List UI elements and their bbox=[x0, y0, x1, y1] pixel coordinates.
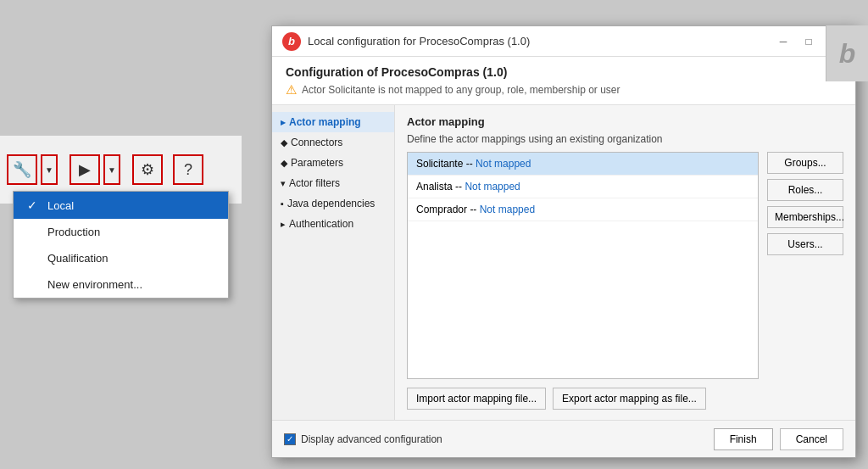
actor-status-1: Not mapped bbox=[465, 181, 520, 193]
nav-tree: ▸ Actor mapping ◆ Connectors ◆ Parameter… bbox=[272, 105, 395, 420]
nav-actor-mapping-label: Actor mapping bbox=[289, 116, 361, 128]
users-button[interactable]: Users... bbox=[767, 233, 843, 255]
nav-parameters[interactable]: ◆ Parameters bbox=[272, 153, 394, 173]
footer-right: Finish Cancel bbox=[714, 428, 843, 450]
actor-name-0: Solicitante bbox=[416, 158, 463, 170]
finish-button[interactable]: Finish bbox=[714, 428, 773, 450]
advanced-config-label: Display advanced configuration bbox=[301, 433, 442, 445]
dropdown-local[interactable]: ✓ Local bbox=[14, 192, 228, 219]
dialog-titlebar: b Local configuration for ProcesoCompras… bbox=[272, 26, 855, 57]
connectors-icon: ◆ bbox=[281, 137, 287, 148]
content-desc: Define the actor mappings using an exist… bbox=[407, 133, 843, 145]
dialog-title: Local configuration for ProcesoCompras (… bbox=[308, 35, 530, 47]
advanced-config-checkbox[interactable]: ✓ bbox=[284, 433, 296, 445]
warning-text: Actor Solicitante is not mapped to any g… bbox=[302, 84, 620, 96]
local-label: Local bbox=[47, 199, 74, 212]
warning-row: ⚠ Actor Solicitante is not mapped to any… bbox=[286, 82, 842, 98]
checkmark-icon: ✓ bbox=[27, 198, 41, 212]
play-button[interactable]: ▶ bbox=[70, 154, 100, 185]
actor-list[interactable]: Solicitante -- Not mapped Analista -- No… bbox=[407, 152, 759, 379]
dialog-header: Configuration of ProcesoCompras (1.0) ⚠ … bbox=[272, 57, 855, 105]
actor-row-analista[interactable]: Analista -- Not mapped bbox=[408, 176, 758, 198]
dropdown-new-env[interactable]: New environment... bbox=[14, 271, 228, 298]
actor-name-1: Analista bbox=[416, 181, 453, 193]
nav-actor-filters[interactable]: ▾ Actor filters bbox=[272, 173, 394, 193]
nav-parameters-label: Parameters bbox=[291, 157, 343, 169]
tools-arrow[interactable]: ▼ bbox=[41, 154, 58, 185]
actor-layout: Solicitante -- Not mapped Analista -- No… bbox=[407, 152, 843, 379]
dialog-body: ▸ Actor mapping ◆ Connectors ◆ Parameter… bbox=[272, 105, 855, 420]
bonita-logo-area: b bbox=[826, 25, 868, 81]
import-export-row: Import actor mapping file... Export acto… bbox=[407, 388, 843, 410]
content-area: Actor mapping Define the actor mappings … bbox=[395, 105, 855, 420]
nav-authentication-label: Authentication bbox=[289, 218, 353, 230]
play-arrow[interactable]: ▼ bbox=[103, 154, 120, 185]
title-left: b Local configuration for ProcesoCompras… bbox=[282, 32, 530, 51]
tools-button[interactable]: 🔧 bbox=[7, 154, 37, 185]
actor-name-2: Comprador bbox=[416, 204, 467, 215]
actor-action-buttons: Groups... Roles... Memberships... Users.… bbox=[767, 152, 843, 379]
new-env-label: New environment... bbox=[47, 278, 142, 291]
config-dialog: b Local configuration for ProcesoCompras… bbox=[271, 25, 856, 458]
bonita-icon: b bbox=[282, 32, 301, 51]
nav-actor-mapping[interactable]: ▸ Actor mapping bbox=[272, 112, 394, 132]
footer-left: ✓ Display advanced configuration bbox=[284, 433, 442, 445]
settings-button[interactable]: ⚙ bbox=[132, 154, 163, 185]
actor-row-comprador[interactable]: Comprador -- Not mapped bbox=[408, 198, 758, 221]
nav-authentication[interactable]: ▸ Authentication bbox=[272, 214, 394, 234]
actor-mapping-icon: ▸ bbox=[281, 117, 286, 128]
roles-button[interactable]: Roles... bbox=[767, 179, 843, 201]
dropdown-production[interactable]: Production bbox=[14, 219, 228, 245]
minimize-button[interactable]: ─ bbox=[772, 33, 794, 50]
actor-row-solicitante[interactable]: Solicitante -- Not mapped bbox=[408, 153, 758, 176]
nav-java-deps-label: Java dependencies bbox=[287, 198, 375, 209]
nav-connectors[interactable]: ◆ Connectors bbox=[272, 132, 394, 153]
nav-actor-filters-label: Actor filters bbox=[289, 177, 340, 189]
parameters-icon: ◆ bbox=[281, 158, 287, 169]
help-button[interactable]: ? bbox=[173, 154, 203, 185]
import-button[interactable]: Import actor mapping file... bbox=[407, 388, 546, 410]
actor-status-0: Not mapped bbox=[476, 158, 531, 170]
authentication-icon: ▸ bbox=[281, 219, 286, 230]
warning-icon: ⚠ bbox=[286, 82, 297, 98]
memberships-button[interactable]: Memberships... bbox=[767, 206, 843, 228]
actor-status-2: Not mapped bbox=[480, 204, 535, 215]
dialog-footer: ✓ Display advanced configuration Finish … bbox=[272, 420, 855, 457]
content-title: Actor mapping bbox=[407, 115, 843, 128]
java-deps-icon: ▪ bbox=[281, 198, 284, 209]
nav-connectors-label: Connectors bbox=[291, 137, 342, 148]
environment-dropdown: ✓ Local Production Qualification New env… bbox=[13, 191, 229, 299]
actor-filters-icon: ▾ bbox=[281, 178, 286, 189]
qualification-label: Qualification bbox=[47, 252, 108, 265]
bonita-logo-text: b bbox=[839, 38, 856, 70]
cancel-button[interactable]: Cancel bbox=[780, 428, 843, 450]
dropdown-qualification[interactable]: Qualification bbox=[14, 245, 228, 271]
header-title: Configuration of ProcesoCompras (1.0) bbox=[286, 65, 842, 79]
nav-java-deps[interactable]: ▪ Java dependencies bbox=[272, 193, 394, 214]
maximize-button[interactable]: □ bbox=[798, 33, 820, 50]
production-label: Production bbox=[47, 226, 100, 238]
groups-button[interactable]: Groups... bbox=[767, 152, 843, 174]
export-button[interactable]: Export actor mapping as file... bbox=[553, 388, 706, 410]
